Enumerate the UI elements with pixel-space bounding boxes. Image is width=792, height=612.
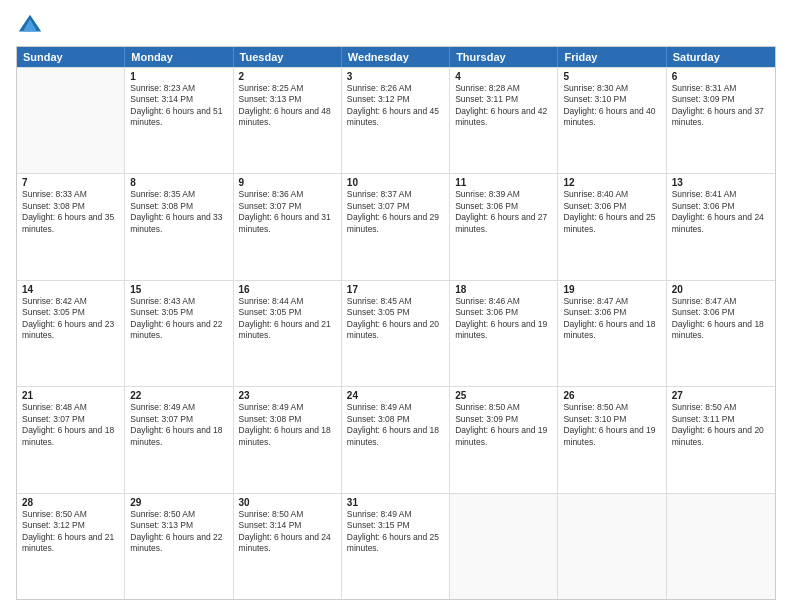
- day-number: 13: [672, 177, 770, 188]
- calendar-cell: 9Sunrise: 8:36 AMSunset: 3:07 PMDaylight…: [234, 174, 342, 279]
- day-info: Sunrise: 8:50 AMSunset: 3:14 PMDaylight:…: [239, 509, 336, 555]
- day-info: Sunrise: 8:45 AMSunset: 3:05 PMDaylight:…: [347, 296, 444, 342]
- day-number: 17: [347, 284, 444, 295]
- calendar-cell: 13Sunrise: 8:41 AMSunset: 3:06 PMDayligh…: [667, 174, 775, 279]
- calendar-cell: 22Sunrise: 8:49 AMSunset: 3:07 PMDayligh…: [125, 387, 233, 492]
- day-number: 2: [239, 71, 336, 82]
- calendar-cell: 12Sunrise: 8:40 AMSunset: 3:06 PMDayligh…: [558, 174, 666, 279]
- day-info: Sunrise: 8:28 AMSunset: 3:11 PMDaylight:…: [455, 83, 552, 129]
- day-info: Sunrise: 8:42 AMSunset: 3:05 PMDaylight:…: [22, 296, 119, 342]
- day-info: Sunrise: 8:50 AMSunset: 3:12 PMDaylight:…: [22, 509, 119, 555]
- calendar-cell: 23Sunrise: 8:49 AMSunset: 3:08 PMDayligh…: [234, 387, 342, 492]
- day-number: 15: [130, 284, 227, 295]
- day-info: Sunrise: 8:23 AMSunset: 3:14 PMDaylight:…: [130, 83, 227, 129]
- day-number: 26: [563, 390, 660, 401]
- day-info: Sunrise: 8:48 AMSunset: 3:07 PMDaylight:…: [22, 402, 119, 448]
- day-number: 1: [130, 71, 227, 82]
- calendar-cell: 25Sunrise: 8:50 AMSunset: 3:09 PMDayligh…: [450, 387, 558, 492]
- calendar-week-2: 14Sunrise: 8:42 AMSunset: 3:05 PMDayligh…: [17, 280, 775, 386]
- day-number: 14: [22, 284, 119, 295]
- day-info: Sunrise: 8:39 AMSunset: 3:06 PMDaylight:…: [455, 189, 552, 235]
- logo-icon: [16, 12, 44, 40]
- day-info: Sunrise: 8:49 AMSunset: 3:08 PMDaylight:…: [347, 402, 444, 448]
- day-info: Sunrise: 8:33 AMSunset: 3:08 PMDaylight:…: [22, 189, 119, 235]
- day-number: 31: [347, 497, 444, 508]
- day-info: Sunrise: 8:47 AMSunset: 3:06 PMDaylight:…: [672, 296, 770, 342]
- day-number: 4: [455, 71, 552, 82]
- day-info: Sunrise: 8:50 AMSunset: 3:13 PMDaylight:…: [130, 509, 227, 555]
- day-number: 27: [672, 390, 770, 401]
- day-info: Sunrise: 8:50 AMSunset: 3:10 PMDaylight:…: [563, 402, 660, 448]
- day-info: Sunrise: 8:46 AMSunset: 3:06 PMDaylight:…: [455, 296, 552, 342]
- calendar-week-4: 28Sunrise: 8:50 AMSunset: 3:12 PMDayligh…: [17, 493, 775, 599]
- calendar-cell: 11Sunrise: 8:39 AMSunset: 3:06 PMDayligh…: [450, 174, 558, 279]
- header-day-thursday: Thursday: [450, 47, 558, 67]
- calendar-cell: [667, 494, 775, 599]
- day-info: Sunrise: 8:36 AMSunset: 3:07 PMDaylight:…: [239, 189, 336, 235]
- calendar-cell: 29Sunrise: 8:50 AMSunset: 3:13 PMDayligh…: [125, 494, 233, 599]
- calendar-cell: 14Sunrise: 8:42 AMSunset: 3:05 PMDayligh…: [17, 281, 125, 386]
- calendar-cell: 18Sunrise: 8:46 AMSunset: 3:06 PMDayligh…: [450, 281, 558, 386]
- calendar-cell: 28Sunrise: 8:50 AMSunset: 3:12 PMDayligh…: [17, 494, 125, 599]
- header-day-wednesday: Wednesday: [342, 47, 450, 67]
- header-day-tuesday: Tuesday: [234, 47, 342, 67]
- calendar-cell: 21Sunrise: 8:48 AMSunset: 3:07 PMDayligh…: [17, 387, 125, 492]
- day-info: Sunrise: 8:49 AMSunset: 3:08 PMDaylight:…: [239, 402, 336, 448]
- calendar-cell: [17, 68, 125, 173]
- calendar-cell: 15Sunrise: 8:43 AMSunset: 3:05 PMDayligh…: [125, 281, 233, 386]
- day-number: 10: [347, 177, 444, 188]
- calendar-cell: 7Sunrise: 8:33 AMSunset: 3:08 PMDaylight…: [17, 174, 125, 279]
- calendar-cell: 30Sunrise: 8:50 AMSunset: 3:14 PMDayligh…: [234, 494, 342, 599]
- day-number: 8: [130, 177, 227, 188]
- calendar-cell: 10Sunrise: 8:37 AMSunset: 3:07 PMDayligh…: [342, 174, 450, 279]
- day-number: 25: [455, 390, 552, 401]
- calendar-body: 1Sunrise: 8:23 AMSunset: 3:14 PMDaylight…: [17, 67, 775, 599]
- day-number: 6: [672, 71, 770, 82]
- day-number: 5: [563, 71, 660, 82]
- day-info: Sunrise: 8:43 AMSunset: 3:05 PMDaylight:…: [130, 296, 227, 342]
- calendar-cell: 4Sunrise: 8:28 AMSunset: 3:11 PMDaylight…: [450, 68, 558, 173]
- calendar-cell: 1Sunrise: 8:23 AMSunset: 3:14 PMDaylight…: [125, 68, 233, 173]
- day-number: 9: [239, 177, 336, 188]
- day-number: 7: [22, 177, 119, 188]
- calendar-cell: [558, 494, 666, 599]
- day-number: 22: [130, 390, 227, 401]
- calendar-cell: 26Sunrise: 8:50 AMSunset: 3:10 PMDayligh…: [558, 387, 666, 492]
- calendar-cell: 3Sunrise: 8:26 AMSunset: 3:12 PMDaylight…: [342, 68, 450, 173]
- calendar-cell: [450, 494, 558, 599]
- day-info: Sunrise: 8:40 AMSunset: 3:06 PMDaylight:…: [563, 189, 660, 235]
- day-number: 21: [22, 390, 119, 401]
- header-day-monday: Monday: [125, 47, 233, 67]
- calendar-cell: 24Sunrise: 8:49 AMSunset: 3:08 PMDayligh…: [342, 387, 450, 492]
- day-info: Sunrise: 8:31 AMSunset: 3:09 PMDaylight:…: [672, 83, 770, 129]
- day-info: Sunrise: 8:50 AMSunset: 3:11 PMDaylight:…: [672, 402, 770, 448]
- calendar-header: SundayMondayTuesdayWednesdayThursdayFrid…: [17, 47, 775, 67]
- day-number: 20: [672, 284, 770, 295]
- day-number: 29: [130, 497, 227, 508]
- logo: [16, 12, 48, 40]
- calendar-week-3: 21Sunrise: 8:48 AMSunset: 3:07 PMDayligh…: [17, 386, 775, 492]
- day-info: Sunrise: 8:25 AMSunset: 3:13 PMDaylight:…: [239, 83, 336, 129]
- header-day-saturday: Saturday: [667, 47, 775, 67]
- calendar-cell: 27Sunrise: 8:50 AMSunset: 3:11 PMDayligh…: [667, 387, 775, 492]
- calendar-cell: 5Sunrise: 8:30 AMSunset: 3:10 PMDaylight…: [558, 68, 666, 173]
- day-info: Sunrise: 8:47 AMSunset: 3:06 PMDaylight:…: [563, 296, 660, 342]
- day-info: Sunrise: 8:37 AMSunset: 3:07 PMDaylight:…: [347, 189, 444, 235]
- day-number: 16: [239, 284, 336, 295]
- calendar-cell: 20Sunrise: 8:47 AMSunset: 3:06 PMDayligh…: [667, 281, 775, 386]
- day-info: Sunrise: 8:26 AMSunset: 3:12 PMDaylight:…: [347, 83, 444, 129]
- calendar: SundayMondayTuesdayWednesdayThursdayFrid…: [16, 46, 776, 600]
- calendar-cell: 17Sunrise: 8:45 AMSunset: 3:05 PMDayligh…: [342, 281, 450, 386]
- calendar-cell: 19Sunrise: 8:47 AMSunset: 3:06 PMDayligh…: [558, 281, 666, 386]
- day-info: Sunrise: 8:49 AMSunset: 3:07 PMDaylight:…: [130, 402, 227, 448]
- day-number: 30: [239, 497, 336, 508]
- calendar-cell: 31Sunrise: 8:49 AMSunset: 3:15 PMDayligh…: [342, 494, 450, 599]
- calendar-cell: 2Sunrise: 8:25 AMSunset: 3:13 PMDaylight…: [234, 68, 342, 173]
- day-info: Sunrise: 8:35 AMSunset: 3:08 PMDaylight:…: [130, 189, 227, 235]
- day-number: 3: [347, 71, 444, 82]
- calendar-cell: 16Sunrise: 8:44 AMSunset: 3:05 PMDayligh…: [234, 281, 342, 386]
- day-info: Sunrise: 8:49 AMSunset: 3:15 PMDaylight:…: [347, 509, 444, 555]
- day-number: 11: [455, 177, 552, 188]
- calendar-week-1: 7Sunrise: 8:33 AMSunset: 3:08 PMDaylight…: [17, 173, 775, 279]
- day-info: Sunrise: 8:44 AMSunset: 3:05 PMDaylight:…: [239, 296, 336, 342]
